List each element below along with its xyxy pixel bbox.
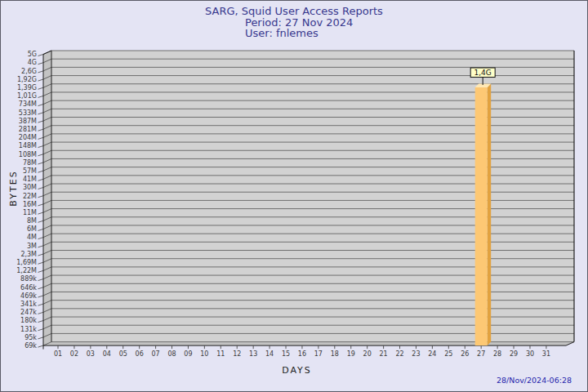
y-tick-label: 180k — [20, 317, 37, 324]
y-tick-label: 4G — [28, 59, 37, 66]
y-tick-label: 1,69M — [16, 259, 37, 266]
y-tick-label: 889k — [20, 275, 37, 283]
x-tick-label: 19 — [347, 350, 355, 358]
y-tick-label: 281M — [19, 126, 37, 133]
x-tick-label: 02 — [70, 350, 78, 358]
bar-value-label: 1,4G — [474, 69, 492, 77]
x-tick-label: 22 — [395, 350, 403, 358]
x-tick-label: 20 — [363, 350, 372, 358]
y-tick-label: 646k — [20, 284, 37, 292]
x-tick-label: 07 — [151, 350, 159, 358]
bar-side-face — [488, 84, 492, 346]
axis-floor-3d — [43, 342, 574, 346]
x-tick-label: 31 — [542, 350, 550, 358]
y-tick-label: 6M — [27, 225, 37, 233]
x-tick-label: 17 — [314, 350, 323, 358]
y-tick-label: 734M — [19, 100, 37, 108]
bar-day-27 — [475, 87, 488, 345]
y-tick-label: 11M — [23, 209, 37, 216]
y-tick-label: 1,92G — [17, 76, 37, 83]
y-tick-label: 1,22M — [16, 267, 37, 274]
x-tick-label: 30 — [526, 350, 534, 358]
x-tick-label: 12 — [233, 350, 241, 358]
x-tick-label: 13 — [249, 350, 257, 358]
x-tick-label: 23 — [412, 350, 420, 358]
y-tick-label: 3M — [27, 243, 37, 250]
x-tick-label: 26 — [461, 350, 469, 358]
y-tick-label: 2,6G — [21, 68, 37, 75]
sarg-report-page: SARG, Squid User Access Reports Period: … — [0, 0, 588, 392]
y-tick-label: 30M — [23, 184, 37, 191]
y-tick-label: 247k — [20, 309, 37, 316]
x-tick-label: 15 — [282, 350, 290, 358]
x-tick-label: 16 — [298, 350, 306, 358]
x-tick-label: 14 — [265, 350, 274, 358]
x-tick-label: 18 — [331, 350, 339, 358]
y-tick-label: 4M — [27, 234, 37, 241]
x-tick-label: 05 — [119, 350, 127, 358]
y-tick-label: 341k — [20, 301, 37, 308]
x-tick-label: 21 — [380, 350, 388, 358]
x-tick-label: 09 — [184, 350, 192, 358]
y-tick-label: 16M — [23, 201, 37, 208]
y-tick-label: 204M — [19, 134, 37, 141]
y-tick-label: 108M — [19, 151, 37, 158]
x-tick-label: 04 — [103, 350, 111, 358]
y-tick-label: 8M — [27, 217, 37, 225]
y-tick-label: 1,01G — [17, 92, 37, 100]
y-tick-label: 69k — [24, 342, 37, 350]
y-tick-label: 469k — [20, 292, 37, 300]
x-tick-label: 01 — [54, 350, 62, 358]
x-tick-label: 28 — [493, 350, 501, 358]
x-tick-label: 03 — [87, 350, 95, 358]
x-tick-label: 24 — [428, 350, 436, 358]
y-tick-label: 533M — [19, 109, 37, 117]
y-tick-label: 78M — [23, 159, 37, 167]
x-tick-label: 11 — [216, 350, 225, 358]
y-tick-label: 131k — [20, 326, 37, 333]
y-tick-label: 5G — [28, 51, 37, 58]
y-tick-label: 387M — [19, 118, 37, 125]
plot-backplane — [51, 51, 574, 342]
x-tick-label: 27 — [477, 350, 485, 358]
chart-plot-area: 5G4G2,6G1,92G1,39G1,01G734M533M387M281M2… — [1, 1, 588, 392]
x-tick-label: 08 — [167, 350, 176, 358]
x-tick-label: 29 — [510, 350, 518, 358]
axis-wall-3d — [43, 51, 51, 345]
x-tick-label: 06 — [136, 350, 144, 358]
y-tick-label: 57M — [23, 167, 37, 175]
y-tick-label: 41M — [23, 176, 37, 183]
y-tick-label: 2,3M — [20, 251, 37, 258]
y-tick-label: 95k — [24, 334, 37, 341]
x-tick-label: 10 — [200, 350, 208, 358]
x-tick-label: 25 — [444, 350, 452, 358]
y-tick-label: 22M — [23, 193, 37, 200]
y-tick-label: 1,39G — [17, 84, 37, 91]
y-tick-label: 148M — [19, 142, 37, 149]
